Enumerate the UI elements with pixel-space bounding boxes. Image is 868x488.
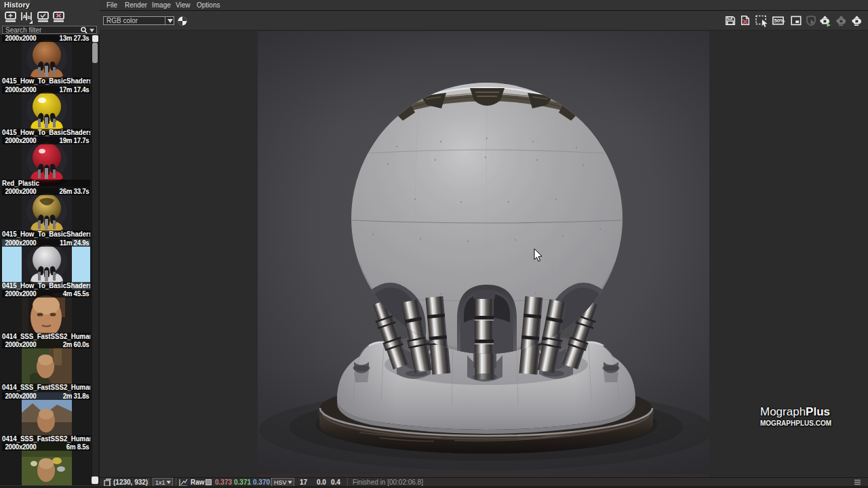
svg-text:b: b bbox=[28, 14, 31, 20]
svg-text:A: A bbox=[22, 14, 26, 19]
svg-text:50%: 50% bbox=[774, 18, 785, 24]
